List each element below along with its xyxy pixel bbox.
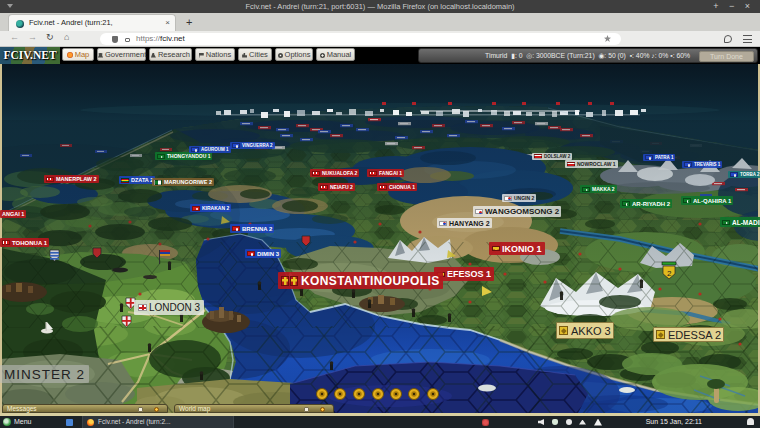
svg-text:2: 2 — [667, 269, 672, 278]
